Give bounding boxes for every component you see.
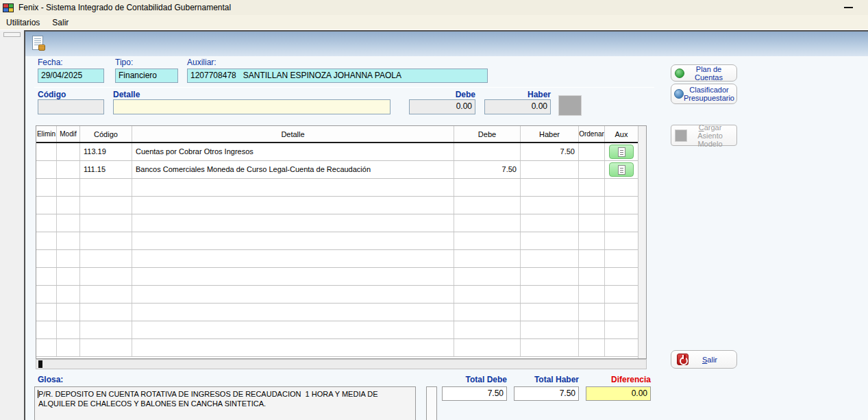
separator xyxy=(34,87,654,88)
vertical-scrollbar[interactable] xyxy=(638,126,646,358)
cell xyxy=(454,214,521,232)
cell xyxy=(80,339,132,356)
table-row[interactable]: 111.15Bancos Comerciales Moneda de Curso… xyxy=(36,161,638,179)
table-row xyxy=(36,197,638,214)
cell xyxy=(521,339,579,356)
cell xyxy=(579,304,605,321)
cell xyxy=(57,197,80,214)
cell xyxy=(521,161,579,178)
cell xyxy=(80,286,132,303)
table-row xyxy=(36,304,638,321)
aux-button[interactable] xyxy=(609,162,634,177)
column-header-ordenar: Ordenar xyxy=(579,126,605,142)
titlebar: Fenix - Sistema Integrado de Contabilida… xyxy=(0,0,868,15)
green-sphere-icon xyxy=(675,69,684,78)
cell xyxy=(36,286,57,303)
fecha-label: Fecha: xyxy=(38,58,63,67)
cell xyxy=(36,197,57,214)
cell-aux xyxy=(605,179,638,196)
glosa-scrollbar[interactable] xyxy=(426,386,437,420)
total-haber-value: 7.50 xyxy=(514,386,579,401)
cell xyxy=(57,214,80,232)
glosa-label: Glosa: xyxy=(38,375,63,384)
cell xyxy=(579,232,605,249)
cell xyxy=(132,179,454,196)
plan-cuentas-button[interactable]: Plan de Cuentas xyxy=(671,64,737,82)
panel-grip[interactable] xyxy=(3,32,21,37)
cell xyxy=(36,339,57,356)
cell: 7.50 xyxy=(521,143,579,160)
column-header-debe: Debe xyxy=(454,126,521,142)
clasificador-button[interactable]: ClasificadorPresupuestario xyxy=(671,84,737,104)
cell xyxy=(454,321,521,338)
cell xyxy=(36,143,57,160)
salir-button[interactable]: Salir xyxy=(671,350,737,369)
aux-button[interactable] xyxy=(609,145,634,159)
cell xyxy=(454,143,521,160)
codigo-label: Código xyxy=(38,90,66,99)
cell xyxy=(132,232,454,249)
cell-aux xyxy=(605,161,638,178)
cell xyxy=(521,286,579,303)
cell xyxy=(80,214,132,232)
minimize-button[interactable] xyxy=(844,7,853,8)
glosa-textarea[interactable]: P/R. DEPOSITO EN CUENTA ROTATIVA DE INGR… xyxy=(34,386,416,420)
new-entry-icon[interactable] xyxy=(32,36,43,50)
cell xyxy=(132,304,454,321)
table-header-row: EliminModifCódigoDetalleDebeHaberOrdenar… xyxy=(36,126,638,143)
auxiliar-input[interactable]: 1207708478 SANTILLAN ESPINOZA JOHANNA PA… xyxy=(187,69,488,83)
fecha-input[interactable]: 29/04/2025 xyxy=(38,69,104,83)
tipo-input[interactable]: Financiero xyxy=(115,69,178,83)
cell: 113.19 xyxy=(80,143,132,160)
horizontal-scrollbar[interactable] xyxy=(36,359,647,369)
debe-input: 0.00 xyxy=(409,99,475,114)
cell xyxy=(36,321,57,338)
menu-item-utilitarios[interactable]: Utilitarios xyxy=(0,16,46,29)
column-header-elimin: Elimin xyxy=(36,126,57,142)
column-header-aux: Aux xyxy=(605,126,638,142)
detalle-input[interactable] xyxy=(113,99,390,114)
cell xyxy=(521,250,579,267)
cell xyxy=(36,161,57,178)
cell: Cuentas por Cobrar Otros Ingresos xyxy=(132,143,454,160)
cell xyxy=(454,179,521,196)
cell xyxy=(57,268,80,285)
table-row xyxy=(36,268,638,286)
haber-input: 0.00 xyxy=(484,99,551,114)
table-row xyxy=(36,339,638,357)
cell xyxy=(80,250,132,267)
cell xyxy=(579,161,605,178)
glosa-text: P/R. DEPOSITO EN CUENTA ROTATIVA DE INGR… xyxy=(38,389,412,408)
cell xyxy=(80,304,132,321)
entries-grid: EliminModifCódigoDetalleDebeHaberOrdenar… xyxy=(36,126,638,358)
cell xyxy=(132,214,454,232)
cell xyxy=(80,321,132,338)
menu-item-salir[interactable]: Salir xyxy=(46,16,75,29)
add-entry-button[interactable] xyxy=(558,95,582,116)
text-caret xyxy=(38,390,38,398)
cell xyxy=(36,268,57,285)
tipo-label: Tipo: xyxy=(115,58,133,67)
cell xyxy=(579,286,605,303)
cell xyxy=(454,232,521,249)
entries-table: EliminModifCódigoDetalleDebeHaberOrdenar… xyxy=(36,125,647,359)
cell xyxy=(57,161,80,178)
cell xyxy=(36,304,57,321)
table-row[interactable]: 113.19Cuentas por Cobrar Otros Ingresos7… xyxy=(36,143,638,161)
cargar-asiento-button[interactable]: Cargar AsientoModelo xyxy=(671,125,737,146)
cell: 7.50 xyxy=(454,161,521,178)
cell xyxy=(57,232,80,249)
cell xyxy=(579,197,605,214)
cargar-asiento-label: Cargar AsientoModelo xyxy=(687,123,733,148)
cell xyxy=(132,250,454,267)
cell: 111.15 xyxy=(80,161,132,178)
cell xyxy=(36,179,57,196)
app-window: Fenix - Sistema Integrado de Contabilida… xyxy=(0,0,868,420)
hscroll-thumb[interactable] xyxy=(38,360,42,368)
left-panel-strip xyxy=(0,30,24,420)
cell xyxy=(132,321,454,338)
cell xyxy=(36,232,57,249)
gray-square-icon xyxy=(675,129,687,142)
codigo-input[interactable] xyxy=(38,99,104,114)
cell xyxy=(521,214,579,232)
